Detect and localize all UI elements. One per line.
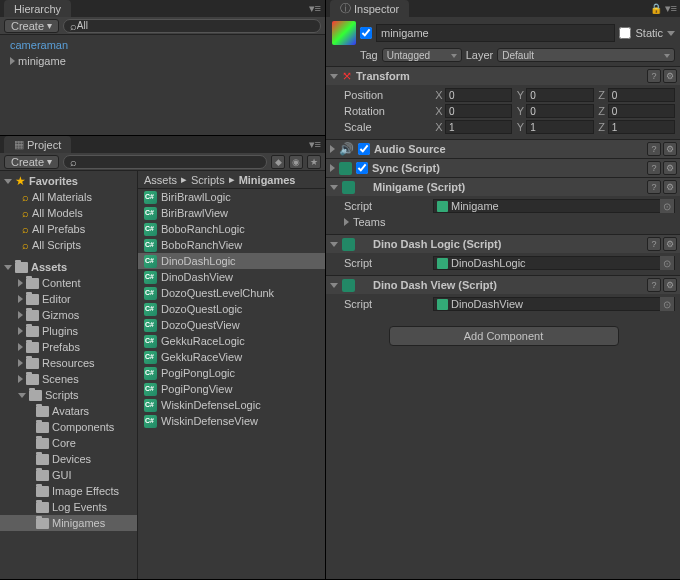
add-component-button[interactable]: Add Component — [389, 326, 619, 346]
sync-header[interactable]: Sync (Script) ? ⚙ — [326, 159, 680, 177]
hierarchy-item-minigame[interactable]: minigame — [0, 53, 325, 69]
foldout-icon[interactable] — [18, 343, 23, 351]
scale-y-input[interactable] — [526, 120, 593, 134]
folder-item[interactable]: Gizmos — [0, 307, 137, 323]
crumb-scripts[interactable]: Scripts — [191, 174, 225, 186]
folder-item[interactable]: Scenes — [0, 371, 137, 387]
folder-item[interactable]: Components — [0, 419, 137, 435]
file-item[interactable]: PogiPongLogic — [138, 365, 325, 381]
favorite-item[interactable]: ⌕All Prefabs — [0, 221, 137, 237]
folder-item[interactable]: Devices — [0, 451, 137, 467]
object-picker-icon[interactable]: ⊙ — [660, 297, 674, 311]
hierarchy-search-input[interactable] — [77, 20, 314, 31]
rotation-y-input[interactable] — [526, 104, 593, 118]
sync-enabled-checkbox[interactable] — [356, 162, 368, 174]
minigame-header[interactable]: Minigame (Script) ? ⚙ — [326, 178, 680, 196]
rotation-z-input[interactable] — [608, 104, 675, 118]
dinoview-header[interactable]: Dino Dash View (Script) ? ⚙ — [326, 276, 680, 294]
folder-item[interactable]: Content — [0, 275, 137, 291]
project-create-button[interactable]: Create ▾ — [4, 155, 59, 169]
foldout-icon[interactable] — [18, 393, 26, 398]
assets-header[interactable]: Assets — [0, 259, 137, 275]
scale-z-input[interactable] — [608, 120, 675, 134]
file-item[interactable]: BoboRanchView — [138, 237, 325, 253]
position-x-input[interactable] — [445, 88, 512, 102]
expand-arrow-icon[interactable] — [10, 57, 15, 65]
gear-icon[interactable]: ⚙ — [663, 180, 677, 194]
inspector-panel-menu-icon[interactable]: 🔒 ▾≡ — [650, 2, 677, 15]
file-item[interactable]: DinoDashView — [138, 269, 325, 285]
hierarchy-create-button[interactable]: Create ▾ — [4, 19, 59, 33]
foldout-icon[interactable] — [18, 375, 23, 383]
hierarchy-search[interactable]: ⌕ — [63, 19, 321, 33]
file-item[interactable]: BoboRanchLogic — [138, 221, 325, 237]
file-item[interactable]: WiskinDefenseLogic — [138, 397, 325, 413]
folder-item[interactable]: Log Events — [0, 499, 137, 515]
help-button[interactable]: ? — [647, 237, 661, 251]
script-field[interactable]: Minigame ⊙ — [433, 199, 675, 213]
layer-dropdown[interactable]: Default — [497, 48, 675, 62]
file-item[interactable]: DozoQuestLogic — [138, 301, 325, 317]
tag-dropdown[interactable]: Untagged — [382, 48, 462, 62]
hierarchy-panel-menu-icon[interactable]: ▾≡ — [309, 2, 321, 15]
script-field[interactable]: DinoDashView ⊙ — [433, 297, 675, 311]
gear-icon[interactable]: ⚙ — [663, 161, 677, 175]
folder-item[interactable]: Avatars — [0, 403, 137, 419]
dinologic-header[interactable]: Dino Dash Logic (Script) ? ⚙ — [326, 235, 680, 253]
foldout-icon[interactable] — [330, 164, 335, 172]
folder-item[interactable]: Editor — [0, 291, 137, 307]
file-item[interactable]: DinoDashLogic — [138, 253, 325, 269]
foldout-icon[interactable] — [18, 327, 23, 335]
folder-item[interactable]: GUI — [0, 467, 137, 483]
gear-icon[interactable]: ⚙ — [663, 237, 677, 251]
favorite-item[interactable]: ⌕All Scripts — [0, 237, 137, 253]
position-y-input[interactable] — [526, 88, 593, 102]
hierarchy-tab[interactable]: Hierarchy — [4, 0, 71, 17]
favorites-header[interactable]: ★ Favorites — [0, 173, 137, 189]
folder-item[interactable]: Minigames — [0, 515, 137, 531]
file-item[interactable]: DozoQuestView — [138, 317, 325, 333]
help-button[interactable]: ? — [647, 142, 661, 156]
favorite-item[interactable]: ⌕All Models — [0, 205, 137, 221]
script-field[interactable]: DinoDashLogic ⊙ — [433, 256, 675, 270]
object-picker-icon[interactable]: ⊙ — [660, 199, 674, 213]
foldout-icon[interactable] — [330, 185, 338, 190]
filter-type-icon[interactable]: ◆ — [271, 155, 285, 169]
audiosource-enabled-checkbox[interactable] — [358, 143, 370, 155]
inspector-tab[interactable]: ⓘ Inspector — [330, 0, 409, 17]
project-panel-menu-icon[interactable]: ▾≡ — [309, 138, 321, 151]
file-item[interactable]: GekkuRaceView — [138, 349, 325, 365]
foldout-icon[interactable] — [344, 218, 349, 226]
file-item[interactable]: DozoQuestLevelChunk — [138, 285, 325, 301]
help-button[interactable]: ? — [647, 278, 661, 292]
gear-icon[interactable]: ⚙ — [663, 142, 677, 156]
help-button[interactable]: ? — [647, 161, 661, 175]
foldout-icon[interactable] — [18, 295, 23, 303]
foldout-icon[interactable] — [4, 265, 12, 270]
crumb-minigames[interactable]: Minigames — [239, 174, 296, 186]
transform-header[interactable]: ⤧ Transform ? ⚙ — [326, 67, 680, 85]
help-button[interactable]: ? — [647, 180, 661, 194]
foldout-icon[interactable] — [4, 179, 12, 184]
gameobject-active-checkbox[interactable] — [360, 27, 372, 39]
gear-icon[interactable]: ⚙ — [663, 69, 677, 83]
foldout-icon[interactable] — [18, 279, 23, 287]
file-item[interactable]: WiskinDefenseView — [138, 413, 325, 429]
folder-item[interactable]: Resources — [0, 355, 137, 371]
filter-label-icon[interactable]: ◉ — [289, 155, 303, 169]
folder-item[interactable]: Core — [0, 435, 137, 451]
audiosource-header[interactable]: 🔊 Audio Source ? ⚙ — [326, 140, 680, 158]
foldout-icon[interactable] — [330, 242, 338, 247]
hierarchy-item-cameraman[interactable]: cameraman — [0, 37, 325, 53]
favorite-item[interactable]: ⌕All Materials — [0, 189, 137, 205]
file-item[interactable]: PogiPongView — [138, 381, 325, 397]
file-item[interactable]: BiriBrawlLogic — [138, 189, 325, 205]
crumb-assets[interactable]: Assets — [144, 174, 177, 186]
static-dropdown-icon[interactable] — [667, 31, 675, 36]
static-checkbox[interactable] — [619, 27, 631, 39]
save-search-icon[interactable]: ★ — [307, 155, 321, 169]
folder-item[interactable]: Image Effects — [0, 483, 137, 499]
lock-icon[interactable]: 🔒 — [650, 3, 662, 14]
gear-icon[interactable]: ⚙ — [663, 278, 677, 292]
scripts-folder[interactable]: Scripts — [0, 387, 137, 403]
